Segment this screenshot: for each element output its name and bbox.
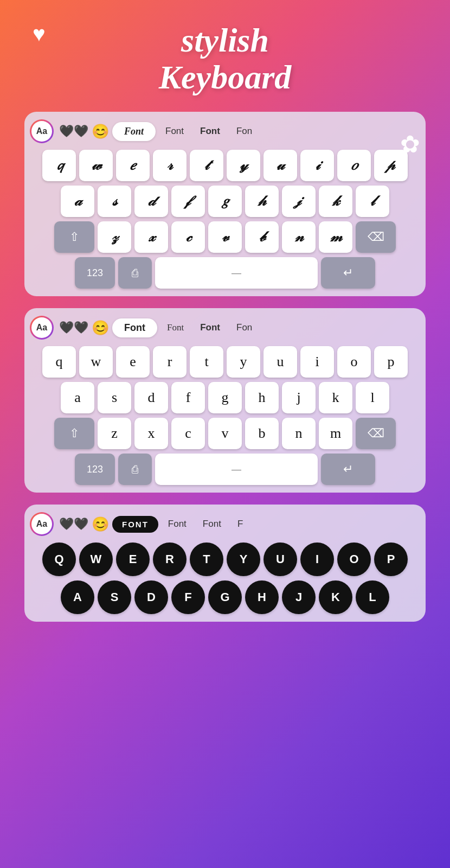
key-g-3[interactable]: G: [208, 580, 242, 614]
key-a-3[interactable]: A: [61, 580, 94, 614]
key-k-3[interactable]: K: [319, 580, 352, 614]
key-l-3[interactable]: L: [356, 580, 389, 614]
key-z-2[interactable]: z: [98, 418, 131, 449]
key-r-2[interactable]: r: [153, 346, 187, 378]
key-t-3[interactable]: T: [190, 542, 223, 576]
aa-button-1[interactable]: Aa: [30, 119, 54, 143]
key-a-2[interactable]: a: [61, 382, 94, 413]
key-k-1[interactable]: 𝓀: [319, 186, 352, 217]
aa-button-3[interactable]: Aa: [30, 512, 54, 536]
hearts-icon-2[interactable]: 🖤🖤: [59, 321, 88, 335]
key-o-1[interactable]: 𝑜: [337, 150, 371, 181]
share-key-1[interactable]: ⎙: [118, 257, 152, 289]
key-r-1[interactable]: 𝓇: [153, 150, 187, 181]
key-n-1[interactable]: 𝓃: [282, 221, 316, 253]
font-option-2-1[interactable]: Font: [159, 122, 190, 141]
hearts-icon-3[interactable]: 🖤🖤: [59, 517, 88, 531]
key-b-1[interactable]: 𝒷: [245, 221, 279, 253]
key-o-2[interactable]: o: [337, 346, 371, 378]
key-d-2[interactable]: d: [134, 382, 168, 413]
key-o-3[interactable]: O: [337, 542, 371, 576]
font-option-2-3[interactable]: Font: [162, 515, 193, 533]
share-key-2[interactable]: ⎙: [118, 454, 152, 485]
key-e-2[interactable]: e: [116, 346, 150, 378]
shift-key-2[interactable]: ⇧: [54, 418, 94, 449]
num-key-2[interactable]: 123: [75, 454, 115, 485]
hearts-icon-1[interactable]: 🖤🖤: [59, 124, 88, 138]
key-h-1[interactable]: 𝒽: [245, 186, 279, 217]
key-x-2[interactable]: x: [134, 418, 168, 449]
key-l-2[interactable]: l: [356, 382, 389, 413]
key-b-2[interactable]: b: [245, 418, 279, 449]
key-j-3[interactable]: J: [282, 580, 316, 614]
key-l-1[interactable]: 𝓁: [356, 186, 389, 217]
key-p-3[interactable]: P: [374, 542, 408, 576]
key-f-3[interactable]: F: [171, 580, 205, 614]
key-e-3[interactable]: E: [116, 542, 150, 576]
font-active-2[interactable]: Font: [112, 318, 157, 337]
key-f-1[interactable]: 𝒻: [171, 186, 205, 217]
key-p-2[interactable]: p: [374, 346, 408, 378]
space-key-1[interactable]: ―: [155, 257, 318, 289]
enter-key-2[interactable]: ↵: [321, 454, 375, 485]
key-y-2[interactable]: y: [227, 346, 260, 378]
key-y-1[interactable]: 𝓎: [227, 150, 260, 181]
backspace-key-1[interactable]: ⌫: [356, 221, 396, 253]
key-h-2[interactable]: h: [245, 382, 279, 413]
key-e-1[interactable]: 𝑒: [116, 150, 150, 181]
key-g-1[interactable]: 𝑔: [208, 186, 242, 217]
font-option-2-2[interactable]: Font: [160, 318, 190, 337]
key-s-3[interactable]: S: [98, 580, 131, 614]
key-u-3[interactable]: U: [263, 542, 297, 576]
key-g-2[interactable]: g: [208, 382, 242, 413]
font-active-3[interactable]: FONT: [112, 516, 158, 533]
key-c-1[interactable]: 𝒸: [171, 221, 205, 253]
key-x-1[interactable]: 𝓍: [134, 221, 168, 253]
key-v-2[interactable]: v: [208, 418, 242, 449]
emoji-button-1[interactable]: 😊: [92, 123, 109, 140]
emoji-button-3[interactable]: 😊: [92, 516, 109, 533]
key-y-3[interactable]: Y: [227, 542, 260, 576]
key-u-1[interactable]: 𝓊: [263, 150, 297, 181]
aa-button-2[interactable]: Aa: [30, 316, 54, 340]
key-f-2[interactable]: f: [171, 382, 205, 413]
key-t-2[interactable]: t: [190, 346, 223, 378]
key-m-1[interactable]: 𝓂: [319, 221, 352, 253]
key-d-3[interactable]: D: [134, 580, 168, 614]
key-d-1[interactable]: 𝒹: [134, 186, 168, 217]
space-key-2[interactable]: ―: [155, 454, 318, 485]
key-q-1[interactable]: 𝓺: [42, 150, 76, 181]
font-option-4-2[interactable]: Fon: [230, 318, 259, 337]
emoji-button-2[interactable]: 😊: [92, 320, 109, 336]
key-i-2[interactable]: i: [300, 346, 334, 378]
key-w-1[interactable]: 𝓌: [79, 150, 113, 181]
font-option-3-3[interactable]: Font: [196, 515, 228, 533]
key-s-2[interactable]: s: [98, 382, 131, 413]
font-option-3-2[interactable]: Font: [194, 318, 227, 337]
key-v-1[interactable]: 𝓋: [208, 221, 242, 253]
key-u-2[interactable]: u: [263, 346, 297, 378]
key-s-1[interactable]: 𝓈: [98, 186, 131, 217]
key-w-3[interactable]: W: [79, 542, 113, 576]
key-i-3[interactable]: I: [300, 542, 334, 576]
key-z-1[interactable]: 𝓏: [98, 221, 131, 253]
key-t-1[interactable]: 𝓉: [190, 150, 223, 181]
key-i-1[interactable]: 𝒾: [300, 150, 334, 181]
key-j-1[interactable]: 𝒿: [282, 186, 316, 217]
key-q-2[interactable]: q: [42, 346, 76, 378]
backspace-key-2[interactable]: ⌫: [356, 418, 396, 449]
font-active-1[interactable]: Font: [112, 122, 156, 141]
key-c-2[interactable]: c: [171, 418, 205, 449]
key-j-2[interactable]: j: [282, 382, 316, 413]
num-key-1[interactable]: 123: [75, 257, 115, 289]
key-a-1[interactable]: 𝒶: [61, 186, 94, 217]
font-option-4-1[interactable]: Fon: [230, 122, 259, 141]
font-option-4-3[interactable]: F: [231, 515, 249, 533]
shift-key-1[interactable]: ⇧: [54, 221, 94, 253]
key-r-3[interactable]: R: [153, 542, 187, 576]
key-n-2[interactable]: n: [282, 418, 316, 449]
key-h-3[interactable]: H: [245, 580, 279, 614]
key-q-3[interactable]: Q: [42, 542, 76, 576]
key-k-2[interactable]: k: [319, 382, 352, 413]
font-option-3-1[interactable]: Font: [194, 122, 227, 141]
